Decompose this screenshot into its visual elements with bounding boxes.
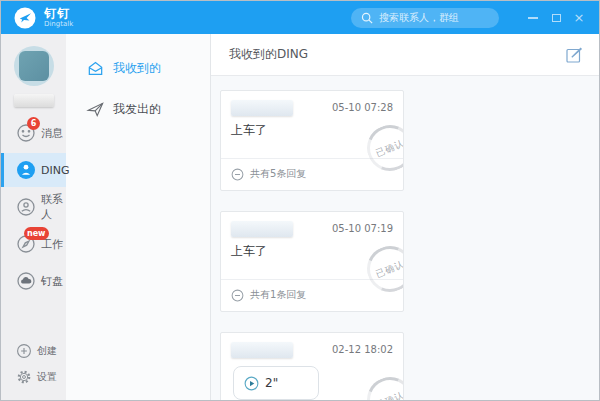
sidebar-item-create[interactable]: 创建 bbox=[1, 338, 66, 364]
card-timestamp: 05-10 07:19 bbox=[332, 221, 393, 234]
card-timestamp: 05-10 07:28 bbox=[332, 100, 393, 113]
sidebar-item-messages[interactable]: 6 消息 bbox=[1, 116, 66, 150]
ding-card[interactable]: 05-10 07:28 上车了 已确认 共有5条回复 bbox=[220, 90, 404, 191]
window-controls: × bbox=[527, 12, 589, 24]
reply-circle-icon bbox=[231, 289, 244, 302]
sidebar-item-settings[interactable]: 设置 bbox=[1, 364, 66, 390]
voice-duration: 2" bbox=[265, 376, 278, 390]
sender-name-blurred bbox=[231, 342, 293, 358]
cloud-icon bbox=[16, 271, 36, 291]
inbox-envelope-icon bbox=[86, 59, 105, 78]
nav-item-received[interactable]: 我收到的 bbox=[66, 48, 210, 89]
ding-card-voice[interactable]: 02-12 18:02 2" 已确认 点击到详情页回复 bbox=[220, 332, 404, 401]
card-message-text: 上车了 bbox=[231, 243, 393, 263]
dingtalk-logo-icon bbox=[13, 6, 37, 30]
app-logo: 钉钉 Dingtalk bbox=[13, 6, 73, 30]
work-new-badge: new bbox=[24, 227, 49, 240]
close-button[interactable]: × bbox=[573, 12, 585, 24]
sidebar-item-drive[interactable]: 钉盘 bbox=[1, 264, 66, 298]
main-panel: 我收到的DING 05-10 07:28 上车了 已确认 bbox=[211, 34, 599, 400]
card-reply-row[interactable]: 共有5条回复 bbox=[221, 158, 403, 190]
avatar[interactable] bbox=[14, 46, 54, 86]
card-reply-row[interactable]: 共有1条回复 bbox=[221, 279, 403, 311]
ding-icon bbox=[16, 160, 36, 180]
sender-name-blurred bbox=[231, 100, 293, 116]
reply-circle-icon bbox=[231, 168, 244, 181]
compose-ding-button[interactable] bbox=[565, 46, 583, 64]
page-title: 我收到的DING bbox=[229, 46, 308, 63]
confirmed-stamp: 已确认 bbox=[360, 370, 404, 401]
messages-unread-badge: 6 bbox=[27, 117, 40, 130]
app-name: 钉钉 bbox=[44, 7, 73, 19]
titlebar: 钉钉 Dingtalk 搜索联系人，群组 × bbox=[1, 1, 599, 34]
play-icon[interactable] bbox=[244, 376, 259, 391]
person-icon bbox=[16, 197, 36, 217]
ding-nav-panel: 我收到的 我发出的 bbox=[66, 34, 211, 400]
minimize-button[interactable] bbox=[527, 12, 539, 24]
card-message-text: 上车了 bbox=[231, 122, 393, 142]
sidebar-item-contacts[interactable]: 联系人 bbox=[1, 190, 66, 224]
plus-circle-icon bbox=[16, 343, 32, 359]
user-name-blurred bbox=[14, 94, 54, 107]
sidebar-item-work[interactable]: new 工作 bbox=[1, 227, 66, 261]
search-input[interactable]: 搜索联系人，群组 bbox=[351, 8, 499, 28]
dingtalk-window: 钉钉 Dingtalk 搜索联系人，群组 × bbox=[0, 0, 600, 401]
gear-icon bbox=[16, 369, 32, 385]
ding-card-list: 05-10 07:28 上车了 已确认 共有5条回复 bbox=[211, 76, 599, 401]
main-header: 我收到的DING bbox=[211, 34, 599, 76]
maximize-button[interactable] bbox=[550, 12, 562, 24]
sender-name-blurred bbox=[231, 221, 293, 237]
sidebar: 6 消息 DING 联系人 bbox=[1, 34, 66, 400]
search-placeholder: 搜索联系人，群组 bbox=[379, 11, 459, 25]
voice-message-bubble[interactable]: 2" bbox=[233, 366, 319, 400]
app-subname: Dingtalk bbox=[44, 21, 73, 28]
paper-plane-icon bbox=[86, 100, 105, 119]
sidebar-item-ding[interactable]: DING bbox=[1, 153, 66, 187]
card-timestamp: 02-12 18:02 bbox=[332, 342, 393, 355]
search-icon bbox=[361, 12, 373, 24]
nav-item-sent[interactable]: 我发出的 bbox=[66, 89, 210, 130]
ding-card[interactable]: 05-10 07:19 上车了 已确认 共有1条回复 bbox=[220, 211, 404, 312]
